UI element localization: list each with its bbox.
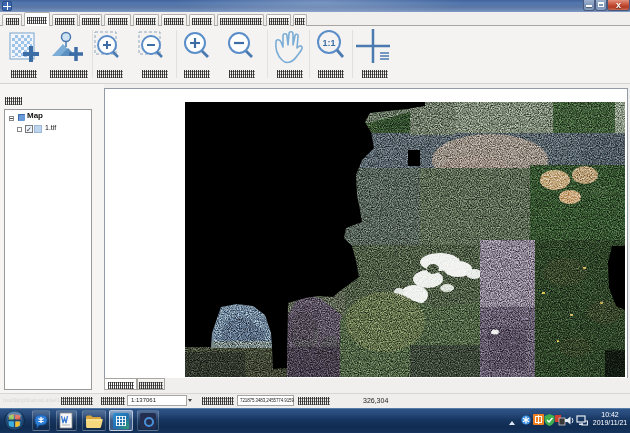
svg-text:1:1: 1:1 [322, 38, 335, 48]
